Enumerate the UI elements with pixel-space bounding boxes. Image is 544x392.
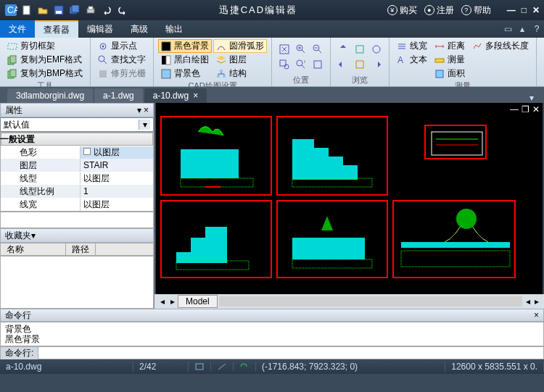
buy-link[interactable]: ¥购买	[387, 4, 417, 17]
cmd-prompt: 命令行:	[1, 347, 38, 359]
open-icon[interactable]	[36, 4, 49, 17]
prop-ltype-v[interactable]: 以图层	[81, 172, 153, 185]
nav-5[interactable]	[352, 57, 368, 72]
copy-bmp-button[interactable]: 复制为BMP格式	[4, 67, 86, 80]
fav-col-name[interactable]: 名称	[1, 243, 66, 255]
nav-3[interactable]	[368, 42, 384, 57]
nav-4[interactable]	[335, 57, 351, 72]
hscrollbar[interactable]	[219, 296, 522, 306]
structure-button[interactable]: 结构	[213, 67, 267, 80]
show-point-button[interactable]: 显示点	[95, 39, 149, 53]
redo-icon[interactable]	[116, 4, 129, 17]
svg-rect-35	[435, 59, 444, 62]
copy-emf-button[interactable]: 复制为EMF格式	[4, 53, 86, 67]
zoom-extents-button[interactable]	[276, 42, 292, 57]
tab-editor[interactable]: 编辑器	[78, 20, 122, 38]
distance-button[interactable]: 距离	[432, 39, 468, 53]
filetab-1[interactable]: 3dlamborgini.dwg	[7, 88, 93, 103]
trim-raster-button[interactable]: 修剪光栅	[95, 67, 149, 80]
close-tab-icon[interactable]: ×	[193, 91, 198, 101]
zoom-out-button[interactable]	[310, 42, 326, 57]
undo-icon[interactable]	[100, 4, 113, 17]
bw-draw-button[interactable]: 黑白绘图	[158, 53, 212, 67]
svg-rect-37	[181, 149, 239, 178]
status-toggle3[interactable]	[234, 362, 256, 371]
modeltab-next[interactable]: ▸	[168, 296, 178, 306]
save-icon[interactable]	[52, 4, 65, 17]
prop-lscale-v[interactable]: 1	[81, 186, 153, 196]
nav-1[interactable]	[335, 42, 351, 57]
group-measure-label: 测量	[394, 80, 532, 92]
svg-point-16	[99, 56, 104, 62]
tab-viewer[interactable]: 查看器	[35, 20, 78, 38]
linewidth-button[interactable]: 线宽	[394, 39, 430, 53]
measure-button[interactable]: 测量	[432, 53, 468, 67]
statusbar: a-10.dwg 2/42 (-1716.843; 7923.323; 0) 1…	[0, 359, 544, 374]
svg-rect-11	[10, 56, 16, 63]
bg-color-button[interactable]: 背景色	[158, 67, 212, 80]
smooth-arc-button[interactable]: 圆滑弧形	[213, 39, 267, 53]
zoom-in-button[interactable]	[293, 42, 309, 57]
cmd-input[interactable]	[38, 347, 543, 359]
model-tab[interactable]: Model	[178, 295, 218, 308]
modeltab-prev[interactable]: ◂	[157, 296, 168, 306]
print-icon[interactable]	[84, 4, 97, 17]
prop-color-v[interactable]: 以图层	[81, 146, 153, 159]
cmd-close-icon[interactable]: ×	[534, 310, 539, 320]
nav-2[interactable]	[352, 42, 368, 57]
svg-rect-41	[432, 132, 482, 155]
zoom-prev-button[interactable]	[293, 57, 309, 72]
prop-ltype-k: 线型	[1, 172, 81, 185]
area-button[interactable]: 面积	[432, 67, 468, 80]
saveall-icon[interactable]	[68, 4, 81, 17]
titlebar: CAD 迅捷CAD编辑器 ¥购买 ●注册 ?帮助 — □ ✕	[0, 0, 544, 20]
svg-rect-47	[401, 242, 510, 248]
default-combo[interactable]: 默认值▾	[0, 117, 154, 132]
group-browse-label: 浏览	[335, 75, 384, 86]
help-link[interactable]: ?帮助	[461, 4, 491, 17]
nav-6[interactable]	[368, 57, 384, 72]
prop-color-k: 色彩	[1, 146, 81, 159]
status-toggle2[interactable]	[211, 362, 234, 371]
tab-file[interactable]: 文件	[0, 20, 35, 38]
prop-lwidth-v[interactable]: 以图层	[81, 199, 153, 211]
favorites-title: 收藏夹	[5, 230, 31, 242]
fav-menu-icon[interactable]: ▾	[31, 230, 36, 241]
maximize-button[interactable]: □	[522, 5, 527, 15]
new-icon[interactable]	[20, 4, 33, 17]
collapse-icon[interactable]: ▴	[515, 20, 529, 38]
filetab-3[interactable]: a-10.dwg×	[144, 88, 207, 103]
scroll-right[interactable]: ▸	[532, 296, 541, 306]
properties-title: 属性	[5, 104, 22, 117]
cut-frame-button[interactable]: 剪切框架	[4, 39, 86, 53]
tab-output[interactable]: 输出	[157, 20, 191, 38]
text-button[interactable]: A文本	[394, 53, 430, 67]
drawing-canvas[interactable]: —❐✕ ━━━	[156, 103, 543, 294]
window-icon[interactable]: ▭	[500, 20, 515, 38]
panel-close-icon[interactable]: ×	[144, 105, 149, 115]
prop-layer-v[interactable]: STAIR	[81, 160, 153, 170]
close-button[interactable]: ✕	[532, 5, 540, 15]
filetab-dropdown[interactable]: ▾	[527, 93, 537, 103]
status-coords: (-1716.843; 7923.323; 0)	[256, 362, 445, 372]
find-text-button[interactable]: 查找文字	[95, 53, 149, 67]
layers-button[interactable]: 图层	[213, 53, 267, 67]
register-link[interactable]: ●注册	[424, 4, 454, 17]
help-icon[interactable]: ?	[529, 20, 544, 38]
tab-advanced[interactable]: 高级	[122, 20, 157, 38]
zoom-fit-button[interactable]	[310, 57, 326, 72]
scroll-left[interactable]: ◂	[524, 296, 532, 306]
polyline-len-button[interactable]: 多段线长度	[469, 39, 532, 53]
fav-col-path[interactable]: 路径	[66, 243, 96, 255]
filetab-2[interactable]: a-1.dwg	[94, 88, 143, 103]
zoom-window-button[interactable]	[276, 57, 292, 72]
svg-point-33	[373, 46, 380, 53]
cmd-title: 命令行	[5, 309, 31, 322]
black-bg-button[interactable]: 黑色背景	[158, 39, 212, 53]
canvas-close-icon[interactable]: ✕	[532, 104, 540, 114]
panel-menu-icon[interactable]: ▾	[137, 105, 141, 115]
canvas-max-icon[interactable]: ❐	[522, 104, 529, 114]
canvas-min-icon[interactable]: —	[510, 104, 519, 114]
minimize-button[interactable]: —	[507, 5, 516, 15]
status-toggle1[interactable]	[189, 362, 211, 371]
